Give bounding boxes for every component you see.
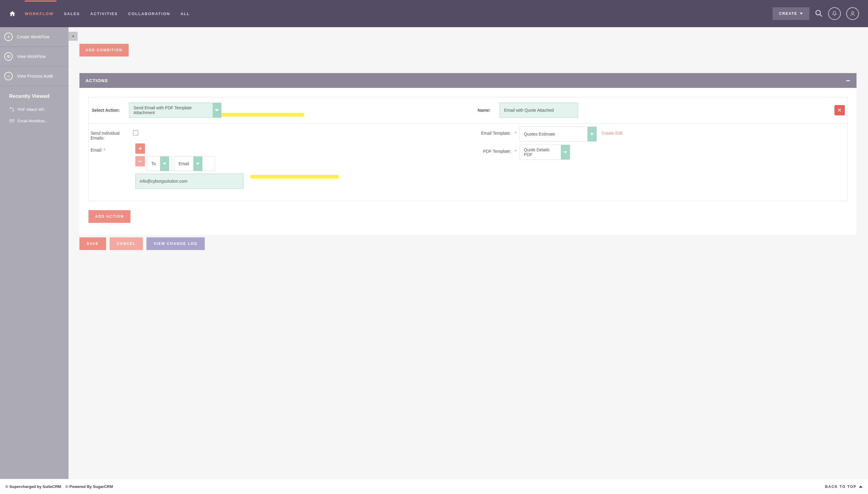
svg-line-1 — [820, 14, 822, 17]
email-template-dropdown[interactable]: Quotes Estimate — [520, 127, 597, 141]
email-type-dropdown[interactable]: Email — [174, 156, 215, 171]
plus-icon — [4, 33, 13, 41]
sidebar-item-create-workflow[interactable]: Create WorkFlow — [0, 27, 69, 47]
nav-tabs: WORKFLOW SALES ACTIVITIES COLLABORATION … — [25, 1, 190, 27]
sidebar: Create WorkFlow View WorkFlow View Proce… — [0, 27, 69, 479]
create-edit-link[interactable]: Create Edit — [602, 127, 623, 136]
recent-item-label: Email Workflow... — [18, 119, 48, 123]
send-individual-label: Send Individual Emails: — [91, 127, 130, 140]
pdf-template-dropdown[interactable]: Quote Details PDF — [520, 145, 570, 160]
nav-tab-collaboration[interactable]: COLLABORATION — [128, 1, 170, 27]
sidebar-item-label: View WorkFlow — [17, 54, 46, 59]
eye-icon — [4, 52, 13, 61]
select-action-label: Select Action: — [92, 108, 120, 113]
caret-down-icon — [587, 127, 597, 141]
send-individual-checkbox[interactable] — [133, 130, 138, 136]
svg-rect-11 — [10, 119, 14, 122]
recent-item[interactable]: PDF Attach WF.. — [0, 103, 69, 115]
email-value: info@cyborgsolution.com — [140, 179, 187, 184]
user-icon[interactable] — [846, 7, 859, 20]
caret-down-icon — [193, 156, 202, 171]
notifications-icon[interactable] — [828, 7, 841, 20]
sidebar-item-view-workflow[interactable]: View WorkFlow — [0, 47, 69, 66]
select-action-dropdown[interactable]: Send Email with PDF Template Attachment — [129, 103, 221, 118]
back-to-top-label: BACK TO TOP — [825, 484, 856, 489]
workflow-icon — [9, 107, 15, 112]
highlight-annotation — [250, 175, 339, 178]
email-type-value: Email — [174, 161, 193, 166]
actions-panel-body: Select Action: Send Email with PDF Templ… — [79, 88, 856, 235]
email-template-value: Quotes Estimate — [520, 132, 587, 136]
name-label: Name: — [478, 108, 491, 113]
home-icon[interactable] — [9, 10, 16, 17]
sidebar-item-label: Create WorkFlow — [17, 34, 50, 39]
nav-tab-sales[interactable]: SALES — [64, 1, 80, 27]
top-nav: WORKFLOW SALES ACTIVITIES COLLABORATION … — [0, 0, 868, 27]
svg-point-10 — [12, 110, 14, 111]
main-content: ADD CONDITION ACTIONS − Select Action: S… — [69, 27, 868, 479]
back-to-top-button[interactable]: BACK TO TOP — [825, 484, 863, 489]
recent-item[interactable]: Email Workflow... — [0, 115, 69, 127]
select-action-value: Send Email with PDF Template Attachment — [129, 106, 213, 115]
email-value-input[interactable]: info@cyborgsolution.com — [135, 174, 243, 189]
footer-copy-suitecrm: © Supercharged by SuiteCRM — [5, 484, 61, 489]
recent-item-label: PDF Attach WF.. — [18, 107, 46, 112]
caret-down-icon — [213, 103, 221, 117]
footer-copy-sugarcrm: © Powered By SugarCRM — [65, 484, 113, 489]
collapse-sidebar-button[interactable] — [69, 32, 78, 41]
footer: © Supercharged by SuiteCRM © Powered By … — [0, 479, 868, 494]
email-template-label: Email Template:* — [477, 127, 516, 136]
actions-panel-title: ACTIONS — [86, 78, 108, 83]
email-label: Email:* — [91, 144, 106, 152]
chart-icon — [4, 72, 13, 80]
name-input[interactable]: Email with Quote Attached — [499, 103, 578, 118]
caret-down-icon — [800, 13, 803, 15]
cancel-button[interactable]: CANCEL — [110, 238, 143, 250]
pdf-template-value: Quote Details PDF — [520, 147, 561, 157]
create-button-label: CREATE — [779, 12, 797, 16]
svg-point-5 — [8, 56, 9, 57]
form-actions: SAVE CANCEL VIEW CHANGE LOG — [79, 238, 856, 250]
save-button[interactable]: SAVE — [79, 238, 106, 250]
email-to-dropdown[interactable]: To — [147, 156, 172, 171]
caret-down-icon — [160, 156, 169, 171]
email-to-value: To — [147, 161, 160, 166]
svg-point-2 — [852, 12, 854, 14]
nav-tab-workflow[interactable]: WORKFLOW — [25, 1, 54, 27]
sidebar-item-label: View Process Audit — [17, 74, 53, 78]
nav-tab-activities[interactable]: ACTIVITIES — [90, 1, 118, 27]
add-action-button[interactable]: ADD ACTION — [89, 210, 131, 223]
add-condition-button[interactable]: ADD CONDITION — [79, 44, 129, 56]
actions-panel-header: ACTIONS − — [79, 73, 856, 88]
caret-down-icon — [561, 145, 570, 159]
name-value: Email with Quote Attached — [504, 108, 553, 113]
email-icon — [9, 118, 15, 124]
create-button[interactable]: CREATE — [773, 7, 809, 20]
svg-point-9 — [10, 107, 11, 109]
view-change-log-button[interactable]: VIEW CHANGE LOG — [147, 238, 205, 250]
action-card: Select Action: Send Email with PDF Templ… — [89, 97, 847, 201]
search-icon[interactable] — [815, 10, 823, 18]
recently-viewed-title: Recently Viewed — [0, 86, 69, 103]
caret-up-icon — [859, 486, 863, 488]
svg-point-0 — [816, 10, 820, 15]
nav-tab-all[interactable]: ALL — [180, 1, 190, 27]
pdf-template-label: PDF Template:* — [477, 145, 516, 154]
add-email-button[interactable]: + — [135, 144, 145, 154]
delete-action-button[interactable]: ✕ — [834, 105, 845, 115]
remove-email-button[interactable]: − — [135, 156, 145, 166]
sidebar-item-view-process-audit[interactable]: View Process Audit — [0, 66, 69, 86]
